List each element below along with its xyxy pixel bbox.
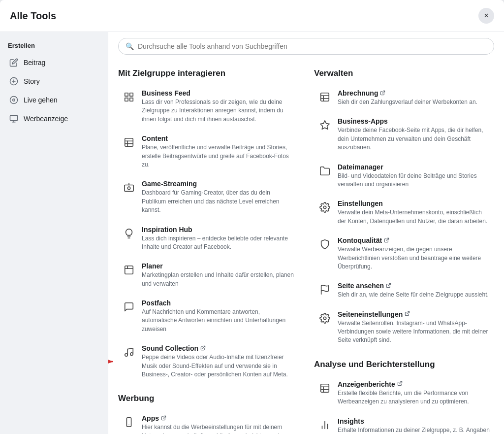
content-icon (122, 135, 136, 149)
svg-rect-43 (321, 384, 329, 393)
svg-point-3 (10, 97, 18, 104)
tool-anzeigenberichte[interactable]: Anzeigenberichte Erstelle flexible Beric… (314, 375, 494, 411)
tool-apps[interactable]: Apps Hier kannst du die Werbeeinstellung… (118, 409, 298, 434)
external-link-icon-apps (161, 415, 166, 422)
sidebar-item-story[interactable]: Story (4, 72, 104, 91)
einstellungen-icon (318, 200, 332, 214)
tool-name-business-feed: Business Feed (142, 89, 294, 97)
tool-desc-sound-collection: Peppe deine Videos oder Audio-Inhalte mi… (142, 353, 294, 379)
tool-desc-business-apps: Verbinde deine Facebook-Seite mit Apps, … (338, 126, 490, 152)
svg-point-15 (127, 187, 130, 190)
tool-seite-ansehen[interactable]: Seite ansehen Sieh dir an, wie deine Sei… (314, 277, 494, 304)
modal-title: Alle Tools (10, 10, 56, 22)
sidebar: Erstellen Beitrag Story Live gehen (0, 32, 108, 434)
left-column: Mit Zielgruppe interagieren Business Fee… (118, 59, 298, 434)
tool-inspiration-hub[interactable]: Inspiration Hub Lass dich inspirieren – … (118, 221, 298, 257)
tool-name-apps: Apps (142, 414, 294, 422)
tool-desc-business-feed: Lass dir von Professionals so dir zeigen… (142, 98, 294, 124)
abrechnung-icon (318, 90, 332, 104)
svg-rect-9 (125, 98, 128, 101)
right-column: Verwalten Abrechnung (314, 59, 494, 434)
svg-point-37 (323, 206, 326, 209)
postfach-icon (122, 300, 136, 314)
tool-desc-anzeigenberichte: Erstelle flexible Berichte, um die Perfo… (338, 389, 490, 406)
svg-line-36 (382, 91, 385, 93)
werbung-section-title: Werbung (118, 394, 298, 403)
svg-line-47 (399, 382, 402, 384)
sound-collection-icon (122, 345, 136, 359)
tool-business-feed[interactable]: Business Feed Lass dir von Professionals… (118, 84, 298, 129)
interact-section-title: Mit Zielgruppe interagieren (118, 68, 298, 78)
svg-point-41 (323, 317, 326, 320)
tool-desc-abrechnung: Sieh dir den Zahlungsverlauf deiner Werb… (338, 98, 490, 106)
svg-rect-7 (130, 93, 133, 96)
tool-desc-insights: Erhalte Informationen zu deiner Zielgrup… (338, 426, 490, 434)
svg-line-25 (163, 416, 166, 418)
sidebar-item-label-beitrag: Beitrag (24, 59, 45, 67)
tool-business-apps[interactable]: Business-Apps Verbinde deine Facebook-Se… (314, 112, 494, 157)
tool-dateimanager[interactable]: Dateimanager Bild- und Videodateien für … (314, 158, 494, 194)
sidebar-item-live[interactable]: Live gehen (4, 91, 104, 109)
edit-icon (9, 58, 19, 67)
kontoqualitaet-icon (318, 237, 332, 251)
analyse-section-title: Analyse und Berichterstellung (314, 360, 494, 369)
svg-rect-5 (10, 115, 18, 121)
dateimanager-icon (318, 164, 332, 178)
tool-name-sound-collection: Sound Collection (142, 344, 294, 352)
tool-game-streaming[interactable]: Game-Streaming Dashboard für Gaming-Crea… (118, 175, 298, 219)
seiteneinstellungen-icon (318, 311, 332, 325)
tool-postfach[interactable]: Postfach Auf Nachrichten und Kommentare … (118, 294, 298, 338)
anzeigenberichte-icon (318, 381, 332, 395)
sidebar-section-title: Erstellen (4, 40, 104, 53)
game-streaming-icon (122, 181, 136, 195)
external-link-icon-seiteneins (405, 311, 410, 317)
tool-abrechnung[interactable]: Abrechnung Sieh dir den Zahlungsverlauf … (314, 84, 494, 111)
svg-line-38 (386, 238, 389, 240)
tool-desc-inspiration-hub: Lass dich inspirieren – entdecke beliebt… (142, 234, 294, 252)
tool-content[interactable]: Content Plane, veröffentliche und verwal… (118, 130, 298, 174)
tool-desc-seiteneinstellungen: Verwalte Seitenrollen, Instagram- und Wh… (338, 319, 490, 345)
svg-line-22 (203, 346, 205, 348)
tool-desc-postfach: Auf Nachrichten und Kommentare antworten… (142, 308, 294, 334)
tool-insights[interactable]: Insights Erhalte Informationen zu deiner… (314, 412, 494, 434)
tool-planer[interactable]: Planer Marketingplan erstellen und Inhal… (118, 257, 298, 293)
apps-icon (122, 415, 136, 429)
svg-rect-8 (130, 98, 133, 101)
tool-name-kontoqualitaet: Kontoqualität (338, 236, 490, 244)
svg-rect-6 (125, 93, 128, 96)
tool-name-dateimanager: Dateimanager (338, 163, 490, 171)
sidebar-item-beitrag[interactable]: Beitrag (4, 53, 104, 72)
tool-name-business-apps: Business-Apps (338, 117, 490, 125)
tool-einstellungen[interactable]: Einstellungen Verwalte dein Meta-Unterne… (314, 195, 494, 231)
modal-header: Alle Tools × (0, 0, 504, 32)
sidebar-item-werbeanzeige[interactable]: Werbeanzeige (4, 109, 104, 128)
tool-name-content: Content (142, 134, 294, 142)
close-button[interactable]: × (478, 8, 494, 24)
inspiration-hub-icon (122, 227, 136, 240)
tool-desc-einstellungen: Verwalte dein Meta-Unternehmenskonto, ei… (338, 208, 490, 226)
svg-line-42 (407, 312, 410, 314)
verwalten-section-title: Verwalten (314, 68, 494, 78)
search-input[interactable] (138, 42, 487, 50)
external-link-icon-abrechnung (380, 90, 385, 97)
story-icon (9, 76, 19, 86)
tool-kontoqualitaet[interactable]: Kontoqualität Verwalte Werbeanzeigen, di… (314, 232, 494, 276)
tool-seiteneinstellungen[interactable]: Seiteneinstellungen Verwalte Seitenrolle… (314, 305, 494, 350)
seite-ansehen-icon (318, 283, 332, 297)
tool-name-postfach: Postfach (142, 299, 294, 307)
business-feed-icon (122, 90, 136, 104)
arrow-annotation (108, 352, 117, 371)
tool-name-game-streaming: Game-Streaming (142, 180, 294, 188)
tool-desc-dateimanager: Bild- und Videodateien für deine Beiträg… (338, 172, 490, 189)
tool-sound-collection[interactable]: Sound Collection Peppe deine Videos oder… (118, 339, 298, 384)
columns-layout: Mit Zielgruppe interagieren Business Fee… (118, 59, 494, 434)
tool-desc-seite-ansehen: Sieh dir an, wie deine Seite für deine Z… (338, 291, 490, 299)
svg-point-4 (13, 99, 15, 101)
tool-name-inspiration-hub: Inspiration Hub (142, 226, 294, 234)
ad-icon (9, 114, 19, 124)
search-icon: 🔍 (126, 42, 134, 50)
modal: Alle Tools × Erstellen Beitrag Story (0, 0, 504, 434)
svg-line-40 (388, 283, 391, 286)
insights-icon (318, 418, 332, 432)
svg-point-20 (125, 354, 128, 357)
